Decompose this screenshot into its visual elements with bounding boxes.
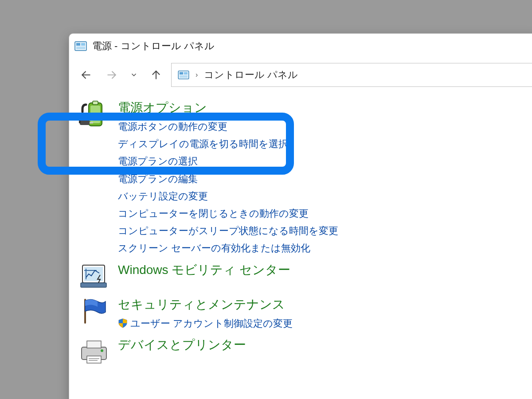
control-panel-icon bbox=[74, 41, 87, 51]
mobility-center-icon bbox=[78, 262, 110, 291]
svg-rect-1 bbox=[76, 43, 80, 46]
forward-button[interactable] bbox=[101, 64, 122, 86]
category-mobility: Windows モビリティ センター bbox=[78, 260, 532, 294]
svg-rect-2 bbox=[81, 43, 85, 46]
category-title-power[interactable]: 電源オプション bbox=[118, 99, 338, 117]
svg-rect-14 bbox=[80, 118, 90, 125]
content-area: 電源オプション 電源ボタンの動作の変更 ディスプレイの電源を切る時間を選択 電源… bbox=[69, 98, 532, 369]
printer-icon bbox=[78, 337, 110, 366]
window-title: 電源 - コントロール パネル bbox=[92, 39, 215, 53]
svg-rect-9 bbox=[184, 72, 188, 74]
svg-rect-8 bbox=[180, 72, 183, 74]
uac-shield-icon bbox=[118, 318, 128, 328]
control-panel-window: 電源 - コントロール パネル › コントロール パネル bbox=[69, 33, 532, 399]
svg-rect-10 bbox=[180, 75, 188, 78]
address-bar[interactable]: › コントロール パネル bbox=[171, 63, 532, 87]
link-choose-power-plan[interactable]: 電源プランの選択 bbox=[118, 153, 338, 169]
chevron-right-icon: › bbox=[196, 71, 198, 79]
back-button[interactable] bbox=[75, 64, 97, 86]
category-security: セキュリティとメンテナンス ユーザー アカウント制御設定の変更 bbox=[78, 294, 532, 335]
link-sleep-time[interactable]: コンピューターがスリープ状態になる時間を変更 bbox=[118, 223, 338, 239]
link-screensaver-toggle[interactable]: スクリーン セーバーの有効化または無効化 bbox=[118, 240, 338, 256]
control-panel-icon bbox=[178, 70, 189, 80]
up-button[interactable] bbox=[145, 64, 167, 86]
category-title-devices[interactable]: デバイスとプリンター bbox=[118, 336, 246, 354]
link-uac-settings-label: ユーザー アカウント制御設定の変更 bbox=[130, 318, 293, 329]
link-uac-settings[interactable]: ユーザー アカウント制御設定の変更 bbox=[118, 316, 293, 331]
svg-point-27 bbox=[101, 349, 103, 352]
category-title-security[interactable]: セキュリティとメンテナンス bbox=[118, 296, 293, 314]
battery-plug-icon bbox=[78, 100, 110, 129]
link-display-off-time[interactable]: ディスプレイの電源を切る時間を選択 bbox=[118, 136, 338, 152]
link-lid-close-behavior[interactable]: コンピューターを閉じるときの動作の変更 bbox=[118, 206, 338, 221]
recent-dropdown[interactable] bbox=[127, 64, 141, 86]
category-title-mobility[interactable]: Windows モビリティ センター bbox=[118, 262, 290, 279]
svg-rect-20 bbox=[81, 283, 106, 287]
link-edit-power-plan[interactable]: 電源プランの編集 bbox=[118, 171, 338, 187]
nav-toolbar: › コントロール パネル bbox=[69, 59, 532, 98]
category-devices: デバイスとプリンター bbox=[78, 335, 532, 369]
svg-rect-15 bbox=[79, 120, 81, 123]
link-battery-settings[interactable]: バッテリ設定の変更 bbox=[118, 188, 338, 204]
svg-rect-25 bbox=[87, 341, 101, 348]
svg-rect-3 bbox=[76, 47, 85, 49]
svg-rect-12 bbox=[93, 101, 98, 105]
flag-icon bbox=[78, 297, 110, 325]
category-power: 電源オプション 電源ボタンの動作の変更 ディスプレイの電源を切る時間を選択 電源… bbox=[78, 98, 532, 260]
breadcrumb-root[interactable]: コントロール パネル bbox=[204, 68, 298, 82]
svg-rect-26 bbox=[87, 356, 101, 363]
titlebar: 電源 - コントロール パネル bbox=[69, 34, 532, 59]
link-power-button-behavior[interactable]: 電源ボタンの動作の変更 bbox=[118, 119, 338, 134]
